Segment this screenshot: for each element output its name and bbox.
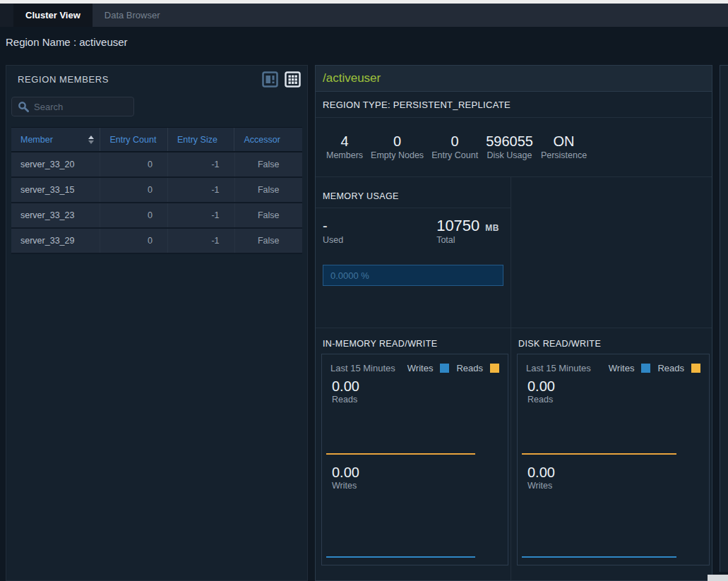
table-row[interactable]: server_33_29 0 -1 False [11,229,302,254]
memory-used-block: - Used [323,217,343,246]
reads-label: Reads [332,394,508,405]
memory-total-block: 10750MB Total [436,217,499,246]
cell-member: server_33_23 [11,203,100,227]
memory-total-value: 10750 [436,217,479,234]
reads-metric: 0.00 Reads [527,378,709,405]
cell-accessor: False [235,203,302,227]
read-write-band: IN-MEMORY READ/WRITE Last 15 Minutes Wri… [316,328,712,580]
scrollbar-corner [708,575,728,581]
reads-swatch-icon [691,364,700,373]
region-members-panel: REGION MEMBERS [6,65,308,581]
reads-sparkline [326,409,475,455]
cell-entry-count: 0 [100,229,168,253]
stat-empty-nodes: 0 Empty Nodes [371,133,424,161]
region-detail-title-bar: /activeuser [316,66,712,92]
stat-value: ON [541,133,587,150]
chart-legend: Writes Reads [407,363,499,373]
tab-bar-left-cap [0,4,13,27]
sort-icon[interactable] [88,136,94,144]
legend-writes-label: Writes [407,363,434,373]
tab-cluster-view[interactable]: Cluster View [13,4,93,27]
legend-reads-label: Reads [456,363,483,373]
cell-entry-size: -1 [168,229,235,253]
column-header-member[interactable]: Member [11,128,100,151]
chart-window-label: Last 15 Minutes [330,363,395,373]
disk-chart-box: Last 15 Minutes Writes Reads 0.00 Reads [517,354,710,565]
table-row[interactable]: server_33_20 0 -1 False [11,152,302,178]
reads-value: 0.00 [332,378,508,394]
column-header-entry-size[interactable]: Entry Size [168,128,235,151]
region-path-title: /activeuser [323,71,381,85]
memory-usage-stats: - Used 10750MB Total [316,208,511,246]
chart-window-label: Last 15 Minutes [526,363,591,373]
cell-accessor: False [235,178,302,202]
region-name-label: Region Name : activeuser [6,36,128,48]
column-header-entry-count[interactable]: Entry Count [100,128,168,151]
stat-persistence: ON Persistence [541,133,587,161]
reads-value: 0.00 [527,378,709,394]
legend-writes-label: Writes [609,363,635,373]
in-memory-read-write-title: IN-MEMORY READ/WRITE [316,328,511,349]
stat-disk-usage: 596055 Disk Usage [486,133,533,161]
region-stats-row: 4 Members 0 Empty Nodes 0 Entry Count 59… [316,118,712,177]
writes-metric: 0.00 Writes [527,465,709,491]
stat-value: 0 [431,133,478,150]
stat-label: Empty Nodes [371,150,424,161]
cell-member: server_33_20 [11,152,100,176]
detail-view-icon[interactable] [262,71,278,88]
writes-line [326,556,475,558]
memory-usage-percent: 0.0000 % [330,270,369,281]
stat-value: 0 [371,133,424,150]
cell-entry-size: -1 [168,152,235,176]
stat-label: Members [326,150,363,161]
search-icon [18,101,29,112]
stat-entry-count: 0 Entry Count [431,133,478,161]
reads-swatch-icon [490,364,499,373]
region-detail-panel: /activeuser REGION TYPE: PERSISTENT_REPL… [315,65,712,581]
disk-read-write-section: DISK READ/WRITE Last 15 Minutes Writes R… [511,328,712,580]
writes-label: Writes [527,480,709,491]
cell-entry-size: -1 [168,203,235,227]
memory-usage-band: MEMORY USAGE - Used 10750MB Total [316,177,712,328]
writes-swatch-icon [641,364,650,373]
chart-legend-row: Last 15 Minutes Writes Reads [322,354,508,373]
tab-bar: Cluster View Data Browser [0,4,728,27]
search-input[interactable] [34,102,126,112]
grid-view-icon[interactable] [285,71,301,88]
disk-read-write-title: DISK READ/WRITE [511,328,712,349]
memory-used-label: Used [323,234,343,246]
writes-swatch-icon [440,364,449,373]
column-header-accessor[interactable]: Accessor [234,128,302,151]
writes-line [522,556,676,558]
stat-members: 4 Members [326,133,363,161]
tab-data-browser[interactable]: Data Browser [93,4,172,27]
table-row[interactable]: server_33_15 0 -1 False [11,178,302,203]
writes-label: Writes [332,480,508,491]
pulse-region-detail-screen: Cluster View Data Browser Region Name : … [0,0,728,581]
reads-sparkline [522,409,676,455]
reads-metric: 0.00 Reads [332,378,508,405]
writes-sparkline [326,496,475,558]
search-box[interactable] [11,97,134,116]
memory-usage-section: MEMORY USAGE - Used 10750MB Total [316,177,511,328]
stat-value: 4 [326,133,363,150]
region-members-header: REGION MEMBERS [6,66,307,92]
table-row[interactable]: server_33_23 0 -1 False [11,203,302,229]
stat-label: Entry Count [431,150,478,161]
cell-entry-count: 0 [100,203,168,227]
members-table: Member Entry Count Entry Size Accessor s… [11,127,302,254]
memory-usage-progress-bar: 0.0000 % [323,265,503,286]
chart-legend: Writes Reads [609,363,700,373]
memory-usage-title: MEMORY USAGE [316,177,511,201]
reads-label: Reads [527,394,709,405]
cell-accessor: False [235,229,302,253]
legend-reads-label: Reads [657,363,684,373]
writes-value: 0.00 [332,465,508,480]
region-type-label: REGION TYPE: PERSISTENT_REPLICATE [323,100,511,110]
memory-total-label: Total [436,234,499,246]
stat-value: 596055 [486,133,533,150]
cell-member: server_33_29 [11,229,100,253]
members-table-header: Member Entry Count Entry Size Accessor [11,127,302,152]
cell-entry-count: 0 [100,152,168,176]
cell-entry-count: 0 [100,178,168,202]
